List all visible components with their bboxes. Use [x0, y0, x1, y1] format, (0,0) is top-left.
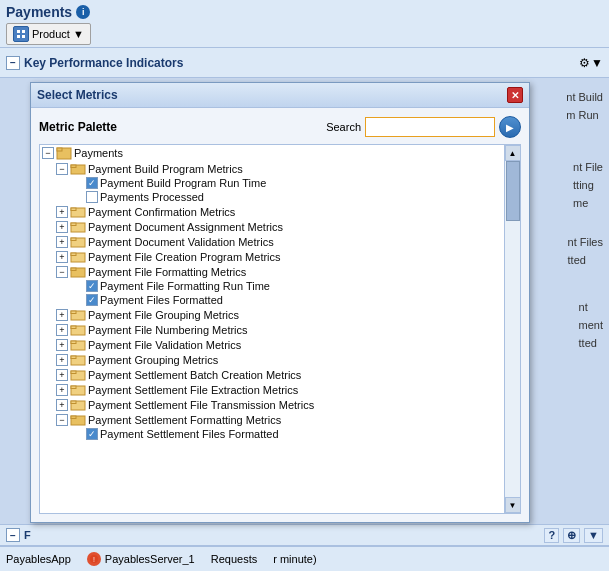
tree-scrollbar[interactable]: ▲ ▼ [504, 145, 520, 513]
expand-icon[interactable]: + [56, 399, 68, 411]
svg-rect-27 [71, 371, 76, 374]
expand-icon[interactable]: − [56, 414, 68, 426]
svg-rect-17 [71, 268, 76, 271]
kpi-collapse-icon[interactable]: − [6, 56, 20, 70]
scroll-down-button[interactable]: ▼ [505, 497, 521, 513]
tree-item-payments-root[interactable]: − Payments [40, 145, 504, 161]
tree-item[interactable]: − Payment Build Program Metrics [40, 161, 504, 176]
expand-icon[interactable]: + [56, 221, 68, 233]
status-server: ! PayablesServer_1 [87, 552, 195, 566]
product-button[interactable]: Product ▼ [6, 23, 91, 45]
tree-item[interactable]: + Payment Document Assignment Metrics [40, 219, 504, 234]
scroll-thumb[interactable] [506, 161, 520, 221]
tree-item-checkbox[interactable]: ✓ [86, 294, 98, 306]
tree-item[interactable]: + Payment File Creation Program Metrics [40, 249, 504, 264]
tree-item-label: Payment File Numbering Metrics [88, 324, 248, 336]
gear-dropdown-arrow: ▼ [591, 56, 603, 70]
payments-root-folder-icon [56, 146, 72, 160]
tree-item-label: Payments Processed [100, 191, 204, 203]
tree-item[interactable]: + Payment Settlement File Transmission M… [40, 397, 504, 412]
expand-icon[interactable]: + [56, 354, 68, 366]
expand-icon[interactable]: + [56, 309, 68, 321]
folder-icon [70, 398, 86, 411]
svg-rect-21 [71, 326, 76, 329]
tree-item[interactable]: − Payment File Formatting Metrics [40, 264, 504, 279]
kpi-section-header: − Key Performance Indicators ⚙ ▼ [0, 48, 609, 78]
scroll-track[interactable] [505, 161, 520, 497]
bg-item-4: tting [573, 176, 603, 194]
tree-item[interactable]: ✓Payment Files Formatted [40, 293, 504, 307]
dialog-body: Metric Palette Search ▶ − [31, 108, 529, 522]
tree-item-label: Payment File Grouping Metrics [88, 309, 239, 321]
tree-item[interactable]: − Payment Settlement Formatting Metrics [40, 412, 504, 427]
expand-icon[interactable]: + [56, 324, 68, 336]
search-icon: ▶ [506, 122, 514, 133]
info-icon[interactable]: i [76, 5, 90, 19]
tree-item[interactable]: Payments Processed [40, 190, 504, 204]
tree-item-checkbox[interactable]: ✓ [86, 428, 98, 440]
folder-icon [70, 308, 86, 321]
tree-item[interactable]: + Payment File Grouping Metrics [40, 307, 504, 322]
tree-item[interactable]: ✓Payment Settlement Files Formatted [40, 427, 504, 441]
dialog-titlebar: Select Metrics ✕ [31, 83, 529, 108]
tree-item-label: Payment Build Program Metrics [88, 163, 243, 175]
search-button[interactable]: ▶ [499, 116, 521, 138]
dialog-close-button[interactable]: ✕ [507, 87, 523, 103]
tree-container[interactable]: − Payments − Payment Build Program Metri [39, 144, 521, 514]
app-label: PayablesApp [6, 553, 71, 565]
dropdown-arrow: ▼ [73, 28, 84, 40]
kpi-gear-button[interactable]: ⚙ ▼ [579, 56, 603, 70]
svg-rect-31 [71, 401, 76, 404]
expand-icon[interactable]: + [56, 384, 68, 396]
tree-item[interactable]: + Payment File Validation Metrics [40, 337, 504, 352]
product-label: Product [32, 28, 70, 40]
folder-icon [70, 323, 86, 336]
search-input[interactable] [365, 117, 495, 137]
dialog-header: Metric Palette Search ▶ [39, 116, 521, 138]
help-button[interactable]: ? [544, 528, 559, 543]
tree-item[interactable]: ✓Payment Build Program Run Time [40, 176, 504, 190]
svg-rect-13 [71, 238, 76, 241]
status-per-minute: r minute) [273, 553, 316, 565]
expand-icon[interactable]: + [56, 251, 68, 263]
tree-item-label: Payment Settlement Batch Creation Metric… [88, 369, 301, 381]
tree-item[interactable]: + Payment Confirmation Metrics [40, 204, 504, 219]
folder-icon [70, 162, 86, 175]
top-bar: Payments i Product ▼ [0, 0, 609, 48]
tree-item-label: Payment Settlement Files Formatted [100, 428, 279, 440]
tree-item[interactable]: + Payment Document Validation Metrics [40, 234, 504, 249]
search-row: Search ▶ [326, 116, 521, 138]
tree-item[interactable]: + Payment File Numbering Metrics [40, 322, 504, 337]
tree-item-label: Payment File Formatting Run Time [100, 280, 270, 292]
tree-item-checkbox[interactable] [86, 191, 98, 203]
section-f-collapse-icon[interactable]: − [6, 528, 20, 542]
tree-item-checkbox[interactable]: ✓ [86, 177, 98, 189]
scroll-up-button[interactable]: ▲ [505, 145, 521, 161]
expand-icon[interactable]: − [56, 266, 68, 278]
tree-item[interactable]: + Payment Grouping Metrics [40, 352, 504, 367]
per-minute-label: r minute) [273, 553, 316, 565]
expand-icon[interactable]: + [56, 206, 68, 218]
tree-item-label: Payment File Formatting Metrics [88, 266, 246, 278]
svg-text:!: ! [93, 556, 95, 563]
expand-icon[interactable]: − [56, 163, 68, 175]
section-f-dropdown[interactable]: ▼ [584, 528, 603, 543]
tree-item[interactable]: + Payment Settlement Batch Creation Metr… [40, 367, 504, 382]
root-collapse-icon[interactable]: − [42, 147, 54, 159]
add-button[interactable]: ⊕ [563, 528, 580, 543]
bg-item-5: me [573, 194, 603, 212]
folder-icon [70, 383, 86, 396]
expand-icon[interactable]: + [56, 236, 68, 248]
bg-item-2: m Run [566, 106, 603, 124]
tree-item[interactable]: + Payment Settlement File Extraction Met… [40, 382, 504, 397]
gear-icon: ⚙ [579, 56, 590, 70]
expand-icon[interactable]: + [56, 369, 68, 381]
tree-item-label: Payment File Validation Metrics [88, 339, 241, 351]
bg-item-1: nt Build [566, 88, 603, 106]
server-status-dot: ! [87, 552, 101, 566]
expand-icon[interactable]: + [56, 339, 68, 351]
svg-rect-0 [17, 30, 20, 33]
tree-item-checkbox[interactable]: ✓ [86, 280, 98, 292]
tree-item[interactable]: ✓Payment File Formatting Run Time [40, 279, 504, 293]
section-f-bar: − F ? ⊕ ▼ [0, 524, 609, 546]
